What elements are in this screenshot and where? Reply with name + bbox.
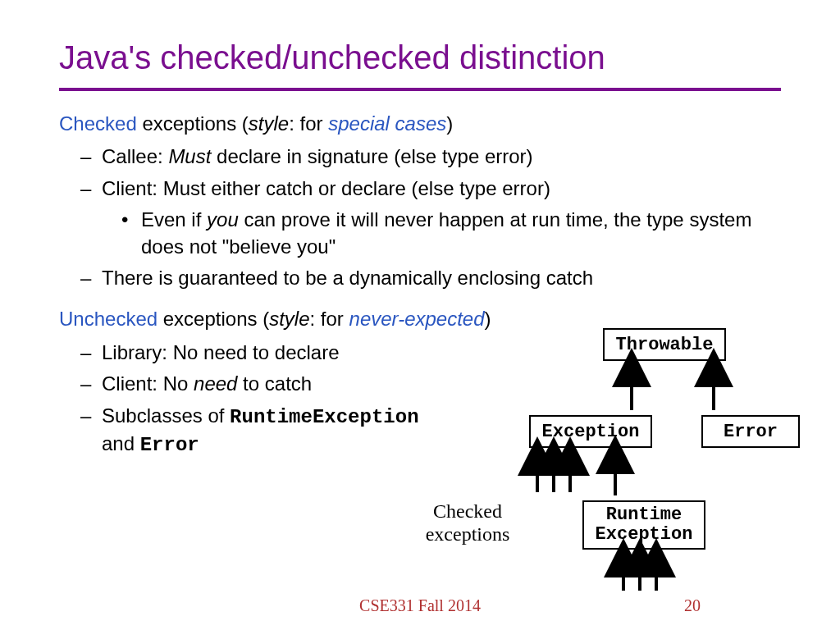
list-item: Callee: Must declare in signature (else … — [102, 144, 781, 170]
unchecked-heading: Unchecked exceptions (style: for never-e… — [59, 306, 518, 332]
checked-word: Checked — [59, 112, 137, 135]
unchecked-list: Library: No need to declare Client: No n… — [59, 340, 518, 459]
checked-list: Callee: Must declare in signature (else … — [59, 144, 781, 291]
list-item: Even if you can prove it will never happ… — [141, 207, 781, 260]
page-number: 20 — [684, 596, 701, 615]
footer-course: CSE331 Fall 2014 — [0, 596, 840, 615]
list-item: Client: No need to catch — [102, 371, 518, 397]
unchecked-word: Unchecked — [59, 308, 158, 330]
list-item: Client: Must either catch or declare (el… — [102, 176, 781, 260]
diagram-arrows — [468, 328, 820, 607]
class-hierarchy-diagram: Throwable Exception Error Runtime Except… — [468, 328, 820, 607]
list-item: Subclasses of RuntimeException and Error — [102, 403, 518, 459]
checked-heading: Checked exceptions (style: for special c… — [59, 111, 781, 137]
sub-list: Even if you can prove it will never happ… — [102, 207, 781, 260]
title-rule — [59, 88, 781, 91]
list-item: There is guaranteed to be a dynamically … — [102, 265, 781, 291]
list-item: Library: No need to declare — [102, 340, 518, 366]
page-title: Java's checked/unchecked distinction — [59, 39, 781, 76]
